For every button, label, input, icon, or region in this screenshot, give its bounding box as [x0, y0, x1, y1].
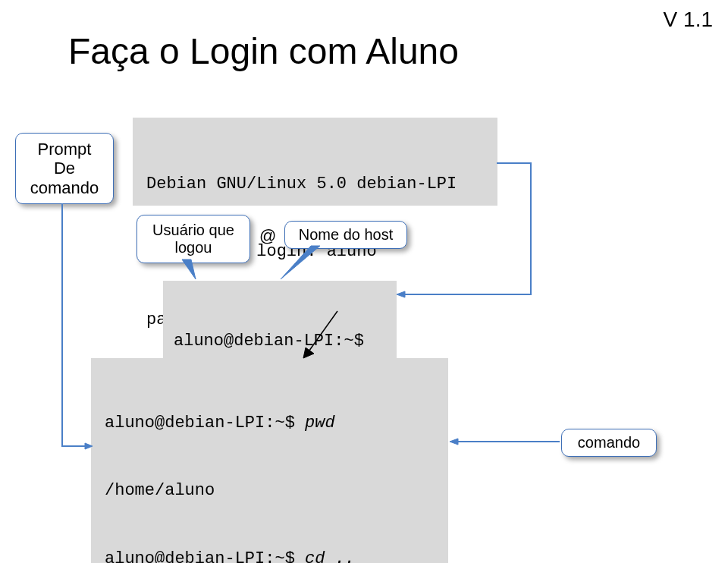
prompt-text: aluno@debian-LPI:~$ — [174, 330, 386, 353]
at-symbol: @ — [259, 226, 276, 246]
callout-prompt-line3: comando — [27, 178, 102, 197]
callout-prompt: Prompt De comando — [15, 133, 114, 204]
session-line-3: aluno@debian-LPI:~$ cd .. — [105, 548, 435, 564]
callout-comando-text: comando — [578, 434, 640, 451]
callout-host-text: Nome do host — [299, 226, 394, 243]
terminal-session: aluno@debian-LPI:~$ pwd /home/aluno alun… — [91, 358, 448, 563]
callout-usuario-line2: logou — [148, 239, 239, 256]
slide-title: Faça o Login com Aluno — [68, 30, 459, 72]
svg-marker-2 — [450, 439, 458, 445]
version-label: V 1.1 — [664, 8, 713, 32]
callout-host: Nome do host — [284, 221, 407, 249]
callout-prompt-line2: De — [27, 159, 102, 178]
callout-comando: comando — [561, 429, 657, 457]
callout-usuario-line1: Usuário que — [148, 222, 239, 239]
login-line-1: Debian GNU/Linux 5.0 debian-LPI — [146, 173, 484, 196]
terminal-login: Debian GNU/Linux 5.0 debian-LPI debian-L… — [133, 118, 497, 206]
callout-prompt-line1: Prompt — [27, 140, 102, 159]
callout-usuario: Usuário que logou — [136, 215, 250, 263]
session-line-2: /home/aluno — [105, 480, 435, 502]
session-line-1: aluno@debian-LPI:~$ pwd — [105, 412, 435, 435]
slide-page: V 1.1 Faça o Login com Aluno Prompt De c… — [0, 0, 728, 563]
